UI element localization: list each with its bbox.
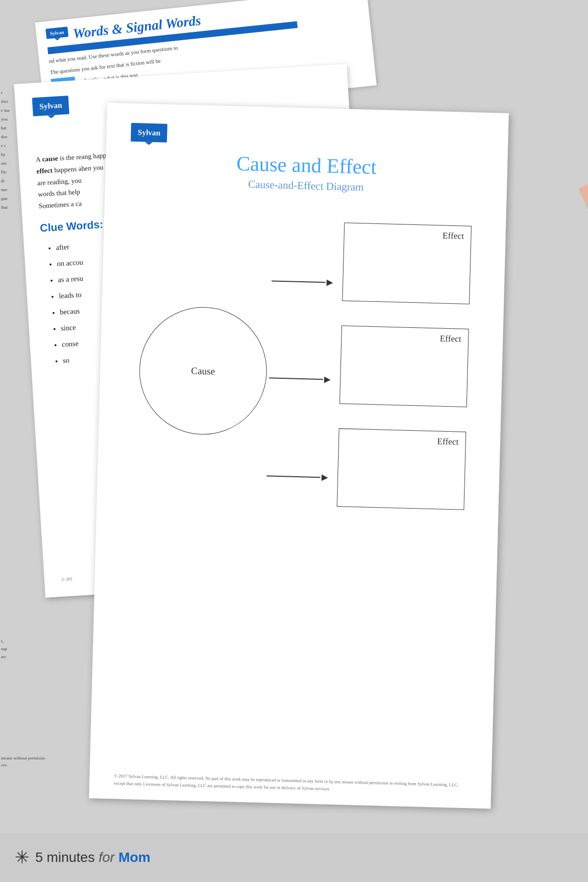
effect-box-1[interactable]: Effect <box>342 222 471 304</box>
brand-mom: Mom <box>119 850 150 865</box>
effect-label-1: Effect <box>442 231 464 242</box>
diagram-area: Cause ► ► ► Effect Effect Effect <box>118 207 482 658</box>
effect-label-3: Effect <box>437 436 459 447</box>
arrow-line-2: ► <box>269 371 333 386</box>
sylvan-logo-small: Sylvan <box>46 26 69 39</box>
bottom-left-text: r, sup arc <box>1 637 7 661</box>
cause-circle[interactable]: Cause <box>138 305 269 436</box>
bottom-left-copyright: means without permissio ces. <box>1 755 45 769</box>
sylvan-logo-front: Sylvan <box>131 123 168 143</box>
brand-icon: ✳ <box>15 847 29 868</box>
copyright-middle: © 201 <box>61 576 73 582</box>
effect-box-2[interactable]: Effect <box>340 325 469 407</box>
left-edge-fragments: r ifict e ma you hat doe e c hy om Ho di… <box>1 88 9 212</box>
effect-label-2: Effect <box>440 333 461 344</box>
pencil <box>565 178 588 505</box>
pencil-eraser <box>578 184 588 204</box>
effect-box-3[interactable]: Effect <box>337 428 466 510</box>
arrow-line-3: ► <box>267 469 330 484</box>
sylvan-logo-middle: Sylvan <box>32 96 69 116</box>
brand-for: for <box>98 850 115 865</box>
copyright-front: © 2017 Sylvan Learning, LLC. All rights … <box>114 773 467 796</box>
arrow-line-1: ► <box>271 274 335 289</box>
front-paper: Sylvan Cause and Effect Cause-and-Effect… <box>89 103 509 809</box>
brand-name: 5 minutes for Mom <box>35 850 150 865</box>
pencil-body-container <box>578 184 588 490</box>
bottom-watermark: ✳ 5 minutes for Mom <box>0 833 588 882</box>
brand-5min: 5 minutes <box>35 850 95 865</box>
cause-label: Cause <box>191 365 215 377</box>
